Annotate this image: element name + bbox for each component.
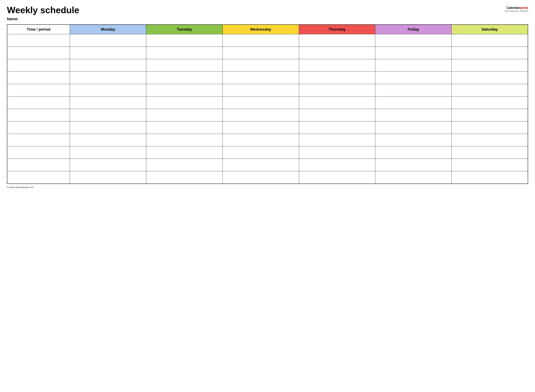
data-cell[interactable]	[222, 47, 299, 59]
data-cell[interactable]	[146, 121, 222, 134]
data-cell[interactable]	[299, 97, 375, 109]
data-cell[interactable]	[375, 47, 452, 59]
time-cell[interactable]	[7, 134, 70, 146]
time-cell[interactable]	[7, 146, 70, 159]
time-cell[interactable]	[7, 84, 70, 97]
data-cell[interactable]	[222, 59, 299, 72]
data-cell[interactable]	[299, 121, 375, 134]
data-cell[interactable]	[299, 84, 375, 97]
col-header-thursday: Thursday	[299, 25, 375, 34]
data-cell[interactable]	[299, 47, 375, 59]
data-cell[interactable]	[146, 34, 222, 47]
data-cell[interactable]	[70, 34, 146, 47]
data-cell[interactable]	[70, 134, 146, 146]
data-cell[interactable]	[452, 72, 528, 84]
data-cell[interactable]	[70, 159, 146, 171]
table-row	[7, 171, 528, 184]
data-cell[interactable]	[146, 59, 222, 72]
data-cell[interactable]	[146, 134, 222, 146]
logo-calendar-part: Calendar	[507, 6, 520, 9]
data-cell[interactable]	[222, 97, 299, 109]
time-cell[interactable]	[7, 34, 70, 47]
data-cell[interactable]	[452, 109, 528, 121]
data-cell[interactable]	[452, 59, 528, 72]
data-cell[interactable]	[299, 109, 375, 121]
data-cell[interactable]	[70, 121, 146, 134]
col-header-friday: Friday	[375, 25, 452, 34]
data-cell[interactable]	[452, 34, 528, 47]
data-cell[interactable]	[70, 146, 146, 159]
data-cell[interactable]	[299, 134, 375, 146]
header-row: Time / period Monday Tuesday Wednesday T…	[7, 25, 528, 34]
data-cell[interactable]	[299, 171, 375, 184]
data-cell[interactable]	[299, 59, 375, 72]
time-cell[interactable]	[7, 97, 70, 109]
table-row	[7, 97, 528, 109]
data-cell[interactable]	[375, 121, 452, 134]
data-cell[interactable]	[146, 47, 222, 59]
name-row: Name:	[7, 17, 528, 21]
data-cell[interactable]	[452, 97, 528, 109]
time-cell[interactable]	[7, 59, 70, 72]
time-cell[interactable]	[7, 159, 70, 171]
table-row	[7, 59, 528, 72]
time-cell[interactable]	[7, 47, 70, 59]
data-cell[interactable]	[146, 97, 222, 109]
data-cell[interactable]	[222, 34, 299, 47]
time-cell[interactable]	[7, 171, 70, 184]
data-cell[interactable]	[70, 109, 146, 121]
data-cell[interactable]	[222, 72, 299, 84]
data-cell[interactable]	[375, 109, 452, 121]
data-cell[interactable]	[375, 97, 452, 109]
data-cell[interactable]	[222, 84, 299, 97]
data-cell[interactable]	[375, 146, 452, 159]
data-cell[interactable]	[70, 97, 146, 109]
data-cell[interactable]	[146, 159, 222, 171]
data-cell[interactable]	[70, 59, 146, 72]
data-cell[interactable]	[375, 59, 452, 72]
data-cell[interactable]	[452, 47, 528, 59]
data-cell[interactable]	[222, 134, 299, 146]
data-cell[interactable]	[222, 121, 299, 134]
data-cell[interactable]	[375, 34, 452, 47]
data-cell[interactable]	[146, 109, 222, 121]
data-cell[interactable]	[299, 34, 375, 47]
table-row	[7, 72, 528, 84]
data-cell[interactable]	[452, 121, 528, 134]
data-cell[interactable]	[222, 109, 299, 121]
col-header-monday: Monday	[70, 25, 146, 34]
data-cell[interactable]	[146, 146, 222, 159]
time-cell[interactable]	[7, 121, 70, 134]
data-cell[interactable]	[375, 171, 452, 184]
data-cell[interactable]	[70, 47, 146, 59]
data-cell[interactable]	[375, 159, 452, 171]
data-cell[interactable]	[70, 84, 146, 97]
data-cell[interactable]	[299, 159, 375, 171]
time-cell[interactable]	[7, 72, 70, 84]
data-cell[interactable]	[222, 146, 299, 159]
data-cell[interactable]	[146, 72, 222, 84]
data-cell[interactable]	[70, 171, 146, 184]
data-cell[interactable]	[146, 171, 222, 184]
data-cell[interactable]	[375, 134, 452, 146]
data-cell[interactable]	[452, 171, 528, 184]
data-cell[interactable]	[299, 72, 375, 84]
data-cell[interactable]	[70, 72, 146, 84]
table-row	[7, 84, 528, 97]
page-header: Weekly schedule Calendarpedia Your sourc…	[7, 5, 528, 15]
data-cell[interactable]	[452, 159, 528, 171]
data-cell[interactable]	[375, 72, 452, 84]
data-cell[interactable]	[375, 84, 452, 97]
data-cell[interactable]	[299, 146, 375, 159]
table-row	[7, 159, 528, 171]
time-cell[interactable]	[7, 109, 70, 121]
data-cell[interactable]	[146, 84, 222, 97]
data-cell[interactable]	[222, 159, 299, 171]
data-cell[interactable]	[452, 146, 528, 159]
col-header-saturday: Saturday	[452, 25, 528, 34]
data-cell[interactable]	[222, 171, 299, 184]
data-cell[interactable]	[452, 134, 528, 146]
data-cell[interactable]	[452, 84, 528, 97]
logo-text: Calendarpedia	[505, 6, 528, 10]
col-header-time: Time / period	[7, 25, 70, 34]
